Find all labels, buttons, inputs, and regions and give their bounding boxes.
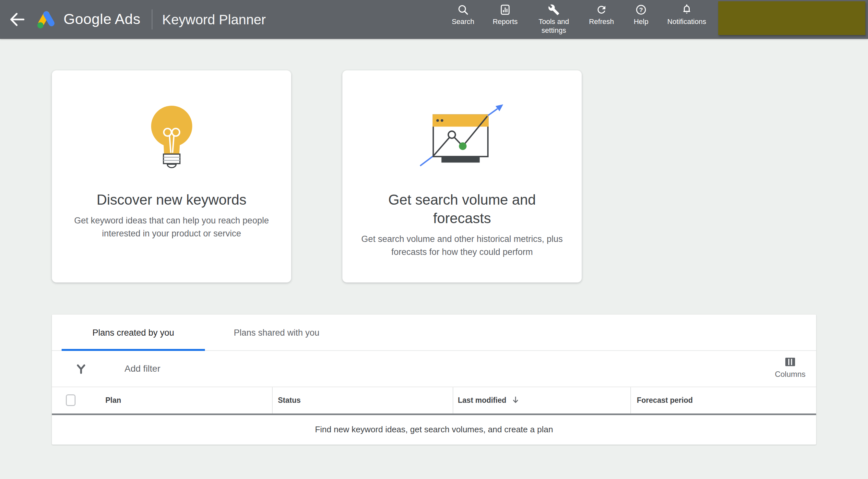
- get-search-volume-card[interactable]: Get search volume and forecasts Get sear…: [342, 70, 582, 282]
- card-subtitle: Get keyword ideas that can help you reac…: [64, 214, 279, 240]
- reports-icon: [487, 4, 523, 16]
- column-header-last-modified[interactable]: Last modified: [458, 387, 520, 414]
- nav-label: Reports: [487, 17, 523, 26]
- discover-new-keywords-card[interactable]: Discover new keywords Get keyword ideas …: [52, 70, 291, 282]
- nav-search[interactable]: Search: [445, 4, 481, 26]
- topbar-divider: [152, 9, 152, 30]
- column-divider: [630, 387, 631, 414]
- nav-help[interactable]: ? Help: [626, 4, 656, 26]
- tab-plans-created-by-you[interactable]: Plans created by you: [62, 315, 205, 351]
- column-divider: [272, 387, 273, 414]
- brand-word-google: Google: [64, 11, 112, 27]
- nav-reports[interactable]: Reports: [487, 4, 523, 26]
- nav-label: Tools and settings: [529, 17, 578, 35]
- page-title: Keyword Planner: [162, 12, 266, 28]
- wrench-icon: [529, 4, 578, 16]
- keyword-planner-page: GoogleAds Keyword Planner Search: [0, 0, 868, 479]
- column-header-forecast-period[interactable]: Forecast period: [637, 387, 693, 414]
- columns-button[interactable]: Columns: [764, 357, 816, 379]
- card-subtitle: Get search volume and other historical m…: [355, 233, 569, 259]
- nav-label: Help: [626, 17, 656, 26]
- google-ads-wordmark[interactable]: GoogleAds: [64, 11, 141, 28]
- filter-funnel-icon[interactable]: [75, 363, 87, 376]
- empty-table-row: Find new keyword ideas, get search volum…: [52, 415, 816, 442]
- sort-descending-icon: [512, 389, 520, 415]
- top-app-bar: GoogleAds Keyword Planner Search: [0, 0, 868, 39]
- card-title: Discover new keywords: [81, 190, 262, 209]
- search-icon: [445, 4, 481, 16]
- plans-panel: Plans created by you Plans shared with y…: [52, 315, 816, 445]
- help-icon: ?: [626, 4, 656, 16]
- column-header-plan[interactable]: Plan: [105, 387, 121, 414]
- bell-icon: [659, 4, 714, 16]
- nav-label: Search: [445, 17, 481, 26]
- nav-refresh[interactable]: Refresh: [584, 4, 619, 26]
- nav-notifications[interactable]: Notifications: [659, 4, 714, 26]
- question-glyph: ?: [639, 6, 643, 13]
- back-arrow-icon[interactable]: [7, 9, 27, 30]
- nav-label: Refresh: [584, 17, 619, 26]
- tab-plans-shared-with-you[interactable]: Plans shared with you: [205, 315, 348, 351]
- account-info-redaction-block: [718, 1, 865, 35]
- chart-window-icon: [342, 104, 582, 169]
- columns-label: Columns: [764, 370, 816, 379]
- lightbulb-icon: [52, 104, 291, 169]
- nav-tools-and-settings[interactable]: Tools and settings: [529, 4, 578, 35]
- column-divider: [453, 387, 453, 414]
- select-all-checkbox[interactable]: [66, 394, 75, 406]
- plans-tabs: Plans created by you Plans shared with y…: [52, 315, 816, 351]
- empty-state-message: Find new keyword ideas, get search volum…: [52, 415, 816, 444]
- nav-label: Notifications: [659, 17, 714, 26]
- refresh-icon: [584, 4, 619, 16]
- plans-table-header: Plan Status Last modified Forecast perio…: [52, 387, 816, 415]
- card-title: Get search volume and forecasts: [371, 190, 553, 227]
- filter-toolbar: Add filter Columns: [52, 351, 816, 387]
- columns-icon: [764, 357, 816, 367]
- column-header-status[interactable]: Status: [278, 387, 301, 414]
- column-header-label: Last modified: [458, 396, 506, 405]
- brand-word-ads: Ads: [115, 11, 141, 27]
- google-ads-logo-icon[interactable]: [36, 8, 57, 30]
- add-filter-button[interactable]: Add filter: [125, 351, 160, 387]
